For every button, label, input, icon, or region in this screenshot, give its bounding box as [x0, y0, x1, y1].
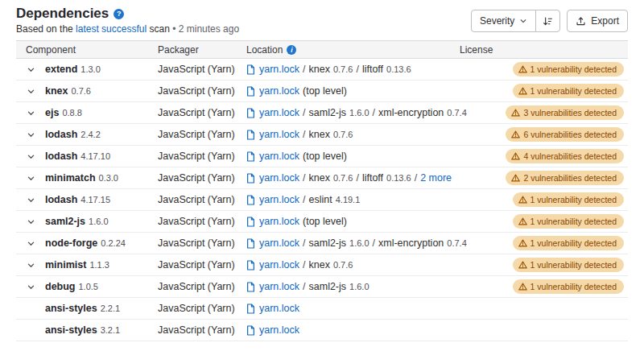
- vulnerability-badge[interactable]: 6 vulnerabilities detected: [506, 127, 624, 142]
- component-name: knex: [45, 85, 68, 97]
- table-body: extend1.3.0JavaScript (Yarn)yarn.lock/kn…: [16, 59, 628, 341]
- path-separator: /: [303, 107, 305, 118]
- latest-successful-scan-link[interactable]: latest successful: [76, 23, 147, 35]
- component-cell: extend1.3.0: [16, 61, 150, 77]
- expand-chevron-icon[interactable]: [27, 196, 35, 204]
- file-icon: [246, 64, 255, 75]
- expand-chevron-icon[interactable]: [27, 217, 35, 226]
- location-file-link[interactable]: yarn.lock: [259, 172, 299, 184]
- warning-icon: [518, 217, 527, 225]
- file-icon: [246, 260, 255, 270]
- vulnerability-badge[interactable]: 2 vulnerabilities detected: [506, 171, 624, 185]
- vulnerability-badge[interactable]: 1 vulnerability detected: [513, 214, 624, 229]
- file-icon: [246, 325, 255, 336]
- vulnerability-badge[interactable]: 1 vulnerability detected: [513, 192, 624, 207]
- page-header: Dependencies ? Based on the latest succe…: [16, 5, 628, 35]
- component-name: lodash: [45, 129, 77, 140]
- vulnerability-badge[interactable]: 1 vulnerability detected: [513, 84, 624, 98]
- path-dependency-name: liftoff: [362, 64, 383, 75]
- column-header-license: License: [452, 44, 628, 56]
- path-dependency-version: 0.13.6: [386, 173, 411, 183]
- file-icon: [246, 130, 255, 140]
- path-dependency-version: 4.19.1: [336, 195, 361, 204]
- expand-chevron-icon[interactable]: [27, 283, 35, 291]
- expand-chevron-icon[interactable]: [27, 152, 35, 161]
- vulnerability-badge[interactable]: 4 vulnerabilities detected: [506, 149, 624, 163]
- location-file-link[interactable]: yarn.lock: [259, 64, 299, 75]
- component-cell: saml2-js1.6.0: [16, 213, 150, 229]
- warning-icon: [518, 283, 527, 291]
- warning-icon: [511, 109, 520, 117]
- component-name: minimatch: [45, 172, 96, 184]
- location-cell: yarn.lock(top level): [238, 148, 452, 164]
- vulnerability-badge[interactable]: 1 vulnerability detected: [513, 62, 624, 76]
- component-cell: minimist1.1.3: [16, 257, 150, 273]
- location-header-label: Location: [246, 44, 283, 56]
- location-file-link[interactable]: yarn.lock: [259, 85, 299, 97]
- more-locations-link[interactable]: 2 more: [420, 172, 452, 184]
- location-file-link[interactable]: yarn.lock: [259, 281, 299, 292]
- packager-cell: JavaScript (Yarn): [150, 213, 238, 229]
- location-file-link[interactable]: yarn.lock: [259, 129, 299, 140]
- expand-chevron-icon[interactable]: [27, 130, 35, 139]
- location-cell: yarn.lock/saml2-js1.6.0/xml-encryption0.…: [238, 105, 452, 121]
- scan-subtitle: Based on the latest successful scan • 2 …: [16, 23, 239, 35]
- chevron-spacer: [27, 304, 35, 313]
- expand-chevron-icon[interactable]: [27, 174, 35, 183]
- component-cell: node-forge0.2.24: [16, 235, 150, 251]
- component-name: ansi-styles: [45, 324, 97, 336]
- location-cell: yarn.lock/knex0.7.6/liftoff0.13.6: [238, 61, 452, 77]
- component-version: 0.8.8: [62, 108, 81, 118]
- location-cell: yarn.lock/knex0.7.6/liftoff0.13.6/2 more: [238, 170, 452, 186]
- location-file-link[interactable]: yarn.lock: [259, 194, 299, 205]
- help-icon[interactable]: ?: [114, 9, 124, 19]
- location-file-link[interactable]: yarn.lock: [259, 303, 299, 314]
- file-icon: [246, 173, 255, 184]
- path-dependency-name: knex: [309, 129, 330, 140]
- path-separator: /: [303, 64, 305, 75]
- export-button[interactable]: Export: [567, 10, 628, 32]
- table-row: ansi-styles2.2.1JavaScript (Yarn)yarn.lo…: [16, 298, 628, 320]
- severity-dropdown[interactable]: Severity: [471, 10, 536, 32]
- vulnerability-badge[interactable]: 1 vulnerability detected: [513, 236, 624, 250]
- component-version: 1.0.5: [79, 282, 98, 291]
- info-icon[interactable]: i: [287, 45, 296, 55]
- component-version: 1.6.0: [89, 217, 108, 226]
- vulnerability-badge[interactable]: 1 vulnerability detected: [513, 258, 624, 272]
- component-header-label: Component: [26, 44, 76, 56]
- vulnerability-badge-label: 3 vulnerabilities detected: [523, 109, 617, 118]
- column-header-component: Component: [16, 44, 150, 56]
- path-dependency-name: knex: [309, 172, 330, 184]
- license-and-badge-cell: 1 vulnerability detected: [452, 255, 628, 275]
- expand-chevron-icon[interactable]: [27, 65, 35, 74]
- sort-direction-button[interactable]: [535, 10, 560, 32]
- location-file-link[interactable]: yarn.lock: [259, 107, 299, 118]
- vulnerability-badge[interactable]: 1 vulnerability detected: [513, 279, 624, 294]
- license-and-badge-cell: [452, 306, 628, 311]
- location-file-link[interactable]: yarn.lock: [259, 259, 299, 270]
- expand-chevron-icon[interactable]: [27, 109, 35, 118]
- table-row: extend1.3.0JavaScript (Yarn)yarn.lock/kn…: [16, 59, 628, 81]
- table-row: node-forge0.2.24JavaScript (Yarn)yarn.lo…: [16, 233, 628, 254]
- license-and-badge-cell: 1 vulnerability detected: [452, 81, 628, 101]
- warning-icon: [511, 152, 520, 160]
- location-cell: yarn.lock/saml2-js1.6.0/xml-encryption0.…: [238, 235, 452, 251]
- component-cell: ansi-styles3.2.1: [16, 322, 150, 338]
- table-row: saml2-js1.6.0JavaScript (Yarn)yarn.lock(…: [16, 211, 628, 233]
- component-name: lodash: [45, 194, 77, 205]
- expand-chevron-icon[interactable]: [27, 261, 35, 270]
- expand-chevron-icon[interactable]: [27, 87, 35, 96]
- location-file-link[interactable]: yarn.lock: [259, 324, 299, 336]
- expand-chevron-icon[interactable]: [27, 239, 35, 248]
- component-version: 2.4.2: [80, 130, 100, 139]
- vulnerability-badge[interactable]: 3 vulnerabilities detected: [506, 105, 624, 120]
- path-dependency-name: liftoff: [362, 172, 383, 184]
- location-file-link[interactable]: yarn.lock: [259, 216, 299, 227]
- vulnerability-badge-label: 1 vulnerability detected: [530, 196, 617, 204]
- packager-cell: JavaScript (Yarn): [150, 83, 238, 99]
- location-file-link[interactable]: yarn.lock: [259, 151, 299, 162]
- warning-icon: [518, 65, 527, 73]
- component-name: debug: [45, 281, 76, 292]
- location-file-link[interactable]: yarn.lock: [259, 237, 299, 249]
- column-header-packager: Packager: [150, 44, 238, 56]
